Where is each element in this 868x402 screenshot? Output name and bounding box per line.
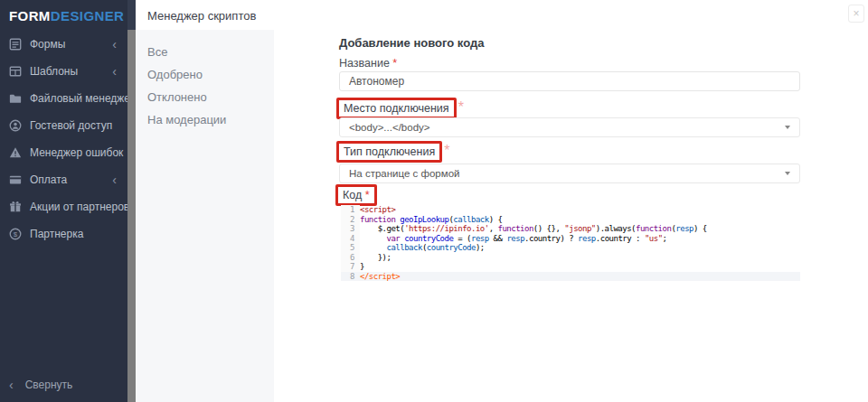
code-line-text: var countryCode = (resp && resp.country)… [360,234,667,244]
partner-promos-icon [9,201,22,213]
app-window: FORMDESIGNER Формы ‹ Шаблоны ‹ Файловый … [0,0,868,402]
name-input-value: Автономер [349,75,404,88]
code-line-text: } [360,262,364,272]
code-line[interactable]: 8</script> [341,272,800,282]
file-manager-icon [9,92,22,105]
sidebar-item-affiliate[interactable]: $ Партнерка [0,220,127,248]
sidebar-item-error-manager[interactable]: Менеджер ошибок [0,139,127,166]
code-line-text: callback(countryCode); [360,243,485,253]
code-line[interactable]: 5 callback(countryCode); [341,243,800,253]
sidebar-nav: Формы ‹ Шаблоны ‹ Файловый менеджер Гост… [0,31,127,248]
name-field-label: Название * [339,57,397,70]
code-line-text: </script> [360,272,400,282]
required-mark: * [444,143,449,158]
annotation-box-code: Код * [335,184,377,206]
annotation-box-place: Место подключения [336,98,457,119]
line-number: 4 [341,234,360,244]
logo-part-form: FORM [9,8,51,23]
affiliate-icon: $ [9,228,22,240]
code-line[interactable]: 2function geoIpLookup(callback) { [341,215,800,225]
filter-item-rejected[interactable]: Отклонено [136,86,274,108]
chevron-left-icon[interactable]: ‹ [112,38,117,51]
guest-access-icon [9,119,22,132]
code-line[interactable]: 3 $.get('https://ipinfo.io', function() … [341,224,800,234]
sidebar-item-label: Оплата [30,173,67,186]
app-logo[interactable]: FORMDESIGNER [9,8,124,23]
chevron-left-icon: ‹ [9,378,14,392]
sidebar-item-label: Акции от партнеров [30,201,127,213]
line-number: 8 [341,272,360,282]
line-number: 3 [341,224,360,234]
annotation-box-type: Тип подключения [336,141,442,163]
error-manager-icon [9,146,22,159]
logo-part-designer: DESIGNER [51,8,125,23]
templates-icon [9,65,22,78]
sidebar-item-label: Менеджер ошибок [30,146,123,159]
type-field-label: Тип подключения* [336,141,449,163]
code-line[interactable]: 6 }); [341,253,800,263]
chevron-down-icon [785,126,790,129]
sidebar-item-label: Гостевой доступ [30,119,112,132]
main-content: × Добавление нового кода Название * Авто… [274,0,868,402]
sidebar-item-forms[interactable]: Формы ‹ [0,31,127,58]
scripts-panel: Менеджер скриптов Все Одобрено Отклонено… [136,0,274,402]
page-title: Добавление нового кода [339,36,484,50]
line-number: 5 [341,243,360,253]
sidebar-item-label: Шаблоны [30,65,78,78]
type-select-value: На странице с формой [349,168,459,179]
chevron-down-icon [785,172,790,175]
code-field-label: Код * [335,184,377,206]
sidebar-item-label: Файловый менеджер [30,92,127,105]
code-line[interactable]: 4 var countryCode = (resp && resp.countr… [341,234,800,244]
sidebar-item-label: Партнерка [30,228,83,240]
required-mark: * [365,189,370,201]
line-number: 2 [341,215,360,225]
place-field-label: Место подключения* [336,98,464,119]
sidebar-collapse-button[interactable]: ‹ Свернуть [0,373,127,397]
code-label-text: Код [343,189,362,201]
code-line-text: }); [360,253,391,263]
place-select[interactable]: <body>...</body> [339,117,800,137]
sidebar-scrollbar-track [127,0,136,402]
collapse-label: Свернуть [25,379,73,391]
code-line-text: function geoIpLookup(callback) { [360,215,502,225]
filter-item-approved[interactable]: Одобрено [136,63,274,86]
line-number: 1 [341,205,360,215]
code-line[interactable]: 1<script> [341,205,800,215]
close-icon[interactable]: × [848,5,864,23]
line-number: 6 [341,253,360,263]
payment-icon [9,173,22,186]
code-editor[interactable]: 1<script>2function geoIpLookup(callback)… [341,205,800,281]
sidebar: FORMDESIGNER Формы ‹ Шаблоны ‹ Файловый … [0,0,127,402]
required-mark: * [458,99,464,115]
sidebar-item-templates[interactable]: Шаблоны ‹ [0,58,127,85]
name-input[interactable]: Автономер [339,71,800,91]
type-select[interactable]: На странице с формой [339,164,800,183]
sidebar-item-label: Формы [30,38,65,51]
place-select-value: <body>...</body> [349,122,430,133]
svg-text:$: $ [14,230,18,238]
code-line-text: <script> [360,205,395,215]
forms-icon [9,38,22,51]
required-mark: * [392,57,397,70]
sidebar-item-partner-promos[interactable]: Акции от партнеров [0,193,127,220]
chevron-left-icon[interactable]: ‹ [112,65,117,78]
filter-item-all[interactable]: Все [136,41,274,63]
sidebar-item-payment[interactable]: Оплата ‹ [0,166,127,193]
code-line[interactable]: 7} [341,262,800,272]
code-line-text: $.get('https://ipinfo.io', function() {}… [360,224,707,234]
chevron-left-icon[interactable]: ‹ [112,173,117,186]
sidebar-item-file-manager[interactable]: Файловый менеджер [0,85,127,112]
sidebar-scrollbar-handle[interactable] [127,30,136,402]
sidebar-item-guest-access[interactable]: Гостевой доступ [0,112,127,139]
line-number: 7 [341,262,360,272]
filter-item-moderation[interactable]: На модерации [136,108,274,131]
name-label-text: Название [339,57,390,70]
scripts-panel-title: Менеджер скриптов [147,9,256,23]
scripts-filter-list: Все Одобрено Отклонено На модерации [136,30,274,402]
